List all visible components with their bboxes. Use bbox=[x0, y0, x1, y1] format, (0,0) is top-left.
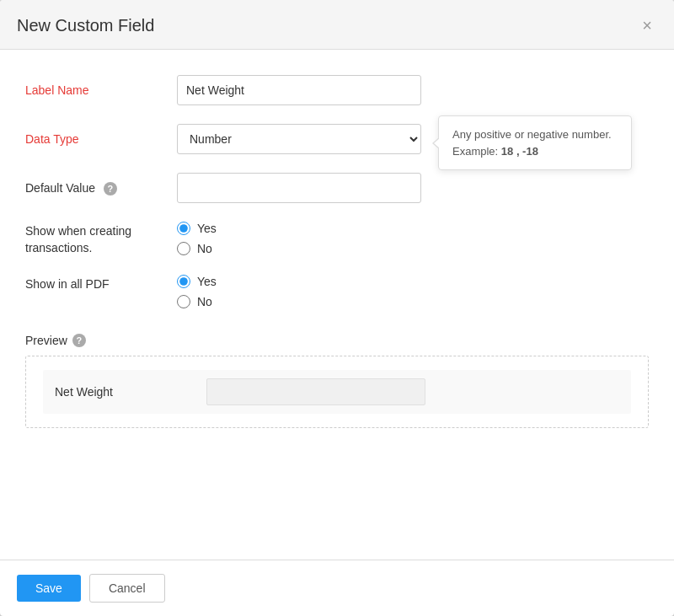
dialog-header: New Custom Field × bbox=[0, 0, 674, 50]
preview-row: Net Weight bbox=[43, 370, 631, 414]
show-pdf-row: Show in all PDF Yes No bbox=[25, 275, 649, 308]
show-transactions-yes-option[interactable]: Yes bbox=[177, 222, 217, 235]
show-transactions-no-radio[interactable] bbox=[177, 242, 190, 255]
show-pdf-no-option[interactable]: No bbox=[177, 295, 217, 308]
label-name-input[interactable] bbox=[177, 75, 421, 105]
default-value-label: Default Value ? bbox=[25, 181, 177, 196]
show-pdf-yes-radio[interactable] bbox=[177, 275, 190, 288]
data-type-tooltip: Any positive or negative number. Example… bbox=[438, 115, 632, 170]
close-button[interactable]: × bbox=[637, 15, 657, 35]
show-transactions-radio-group: Yes No bbox=[177, 222, 217, 255]
show-transactions-row: Show when creating transactions. Yes No bbox=[25, 222, 649, 256]
dialog-title: New Custom Field bbox=[17, 16, 154, 35]
preview-help-icon: ? bbox=[72, 334, 86, 347]
preview-field-input bbox=[206, 378, 425, 405]
default-value-help-icon: ? bbox=[104, 182, 117, 196]
preview-section: Preview ? Net Weight bbox=[25, 334, 649, 428]
label-name-row: Label Name bbox=[25, 75, 649, 105]
show-pdf-yes-option[interactable]: Yes bbox=[177, 275, 217, 288]
show-transactions-yes-radio[interactable] bbox=[177, 222, 190, 235]
show-pdf-label: Show in all PDF bbox=[25, 275, 177, 293]
default-value-input[interactable] bbox=[177, 173, 421, 203]
preview-box: Net Weight bbox=[25, 356, 649, 428]
data-type-select[interactable]: Text Number Date Checkbox bbox=[177, 124, 421, 154]
show-transactions-label: Show when creating transactions. bbox=[25, 222, 177, 256]
dialog-body: Label Name Data Type Text Number Date Ch… bbox=[0, 50, 674, 560]
save-button[interactable]: Save bbox=[17, 575, 81, 602]
preview-field-label: Net Weight bbox=[55, 385, 206, 399]
cancel-button[interactable]: Cancel bbox=[89, 574, 165, 603]
data-type-label: Data Type bbox=[25, 132, 177, 146]
dialog-footer: Save Cancel bbox=[0, 560, 674, 616]
label-name-label: Label Name bbox=[25, 83, 177, 97]
preview-label: Preview bbox=[25, 334, 67, 347]
preview-label-row: Preview ? bbox=[25, 334, 649, 347]
new-custom-field-dialog: New Custom Field × Label Name Data Type … bbox=[0, 0, 674, 616]
show-pdf-radio-group: Yes No bbox=[177, 275, 217, 308]
default-value-row: Default Value ? bbox=[25, 173, 649, 203]
tooltip-text: Any positive or negative number. Example… bbox=[452, 128, 612, 158]
show-transactions-no-option[interactable]: No bbox=[177, 242, 217, 255]
data-type-row: Data Type Text Number Date Checkbox Any … bbox=[25, 124, 649, 154]
show-pdf-no-radio[interactable] bbox=[177, 295, 190, 308]
